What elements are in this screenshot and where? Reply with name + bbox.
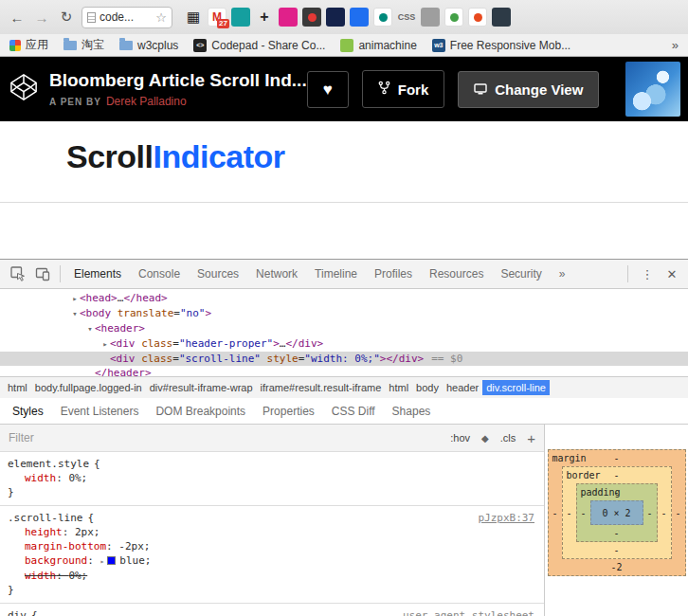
inspect-element-icon[interactable] (6, 262, 30, 286)
toggle-hover-state-button[interactable]: :hov (450, 432, 470, 444)
bookmark-w3cplus[interactable]: w3cplus (119, 39, 178, 52)
tab-network[interactable]: Network (247, 260, 306, 288)
navy-extension-icon[interactable] (326, 8, 345, 27)
tab-resources[interactable]: Resources (421, 260, 492, 288)
padding-left-value[interactable]: - (577, 500, 590, 525)
tab-styles[interactable]: Styles (4, 405, 52, 418)
tab-console[interactable]: Console (130, 260, 189, 288)
box-model-margin[interactable]: margin- - border- - padding- - 0 × 2 (548, 449, 686, 576)
border-bottom-value[interactable]: - (563, 545, 671, 555)
crumb-result-iframe[interactable]: iframe#result.result-iframe (257, 380, 386, 395)
tree-row-head[interactable]: ▸<head>…</head> (0, 291, 688, 306)
tab-dom-breakpoints[interactable]: DOM Breakpoints (147, 405, 254, 418)
green-dot-extension-icon[interactable] (444, 8, 463, 27)
bookmark-apps[interactable]: 应用 (9, 37, 48, 53)
new-style-rule-icon[interactable]: + (527, 430, 535, 446)
codepen-logo-icon[interactable] (9, 73, 38, 105)
tab-event-listeners[interactable]: Event Listeners (52, 405, 148, 418)
bookmark-star-icon[interactable]: ☆ (155, 10, 167, 25)
address-text[interactable]: code... (100, 10, 152, 24)
collapsed-arrow-icon[interactable]: ▸ (100, 337, 110, 352)
tree-row-body[interactable]: ▾<body translate="no"> (0, 306, 688, 321)
crumb-html[interactable]: html (4, 380, 31, 395)
shorthand-expander-icon[interactable]: ▸ (100, 557, 104, 566)
devtools-close-icon[interactable]: ✕ (661, 267, 682, 281)
change-view-icon (474, 82, 487, 98)
declaration[interactable]: background: ▸blue; (0, 553, 544, 569)
love-button[interactable]: ♥ (307, 71, 349, 108)
fork-button[interactable]: Fork (362, 70, 445, 108)
cross-extension-icon[interactable]: + (255, 8, 274, 27)
box-model-padding[interactable]: padding- - 0 × 2 - - (576, 483, 658, 542)
tab-security[interactable]: Security (492, 260, 550, 288)
declaration[interactable]: width: 0%; (0, 471, 544, 485)
bookmark-free-responsive[interactable]: w3Free Responsive Mob... (432, 39, 570, 52)
reload-icon[interactable]: ↻ (57, 9, 76, 26)
bookmarks-bar: 应用 淘宝 w3cplus <>Codepad - Share Co... an… (0, 34, 688, 57)
teal-dot-extension-icon[interactable] (373, 8, 392, 27)
orange-dot-extension-icon[interactable] (468, 8, 487, 27)
author-link[interactable]: Derek Palladino (106, 95, 187, 108)
color-swatch[interactable] (107, 556, 116, 565)
expanded-arrow-icon[interactable]: ▾ (70, 307, 80, 321)
declaration-overridden[interactable]: width: 0%; (0, 569, 544, 583)
user-agent-stylesheet-label: user agent stylesheet (403, 608, 544, 616)
tab-sources[interactable]: Sources (189, 260, 247, 288)
expanded-arrow-icon[interactable]: ▾ (85, 322, 95, 336)
padding-bottom-value[interactable]: - (577, 528, 657, 538)
avatar[interactable] (625, 62, 680, 117)
box-model-content[interactable]: 0 × 2 (590, 500, 643, 525)
toggle-class-button[interactable]: .cls (500, 432, 516, 444)
margin-left-value[interactable]: - (549, 466, 562, 559)
tab-css-diff[interactable]: CSS Diff (323, 405, 384, 418)
address-bar[interactable]: code... ☆ (81, 7, 172, 28)
content-size: 0 × 2 (602, 508, 630, 518)
tree-row-scroll-line-selected[interactable]: <div class="scroll-line" style="width: 0… (0, 352, 688, 366)
dark-red-dot-extension-icon[interactable] (302, 8, 321, 27)
tab-shapes[interactable]: Shapes (384, 405, 440, 418)
gmail-extension-icon[interactable]: M27 (208, 8, 226, 27)
teal-extension-icon[interactable] (231, 8, 250, 27)
devtools-menu-icon[interactable]: ⋮ (637, 267, 658, 281)
device-toolbar-icon[interactable] (30, 262, 55, 286)
margin-right-value[interactable]: - (672, 466, 685, 559)
collapsed-arrow-icon[interactable]: ▸ (70, 292, 80, 306)
tabs-overflow-icon[interactable]: » (551, 260, 574, 288)
tree-row-header-proper[interactable]: ▸<div class="header-proper">…</div> (0, 336, 688, 352)
pink-extension-icon[interactable] (279, 8, 298, 27)
declaration[interactable]: margin-bottom: -2px; (0, 539, 544, 553)
tab-properties[interactable]: Properties (254, 405, 323, 418)
crumb-header[interactable]: header (443, 380, 482, 395)
devtools-panel: Elements Console Sources Network Timelin… (0, 259, 688, 616)
bookmark-taobao[interactable]: 淘宝 (63, 37, 104, 53)
change-view-button[interactable]: Change View (458, 71, 599, 108)
tree-row-header[interactable]: ▾<header> (0, 321, 688, 336)
back-icon[interactable]: ← (8, 9, 27, 26)
border-right-value[interactable]: - (658, 483, 671, 542)
qr-extension-icon[interactable]: ▦ (184, 8, 203, 27)
gray-extension-icon[interactable] (421, 8, 440, 27)
styles-filter-input[interactable] (9, 431, 198, 444)
bookmarks-overflow-icon[interactable]: » (672, 38, 679, 52)
crumb-scroll-line[interactable]: div.scroll-line (482, 380, 550, 395)
forward-icon[interactable]: → (32, 9, 51, 26)
tab-timeline[interactable]: Timeline (306, 260, 366, 288)
css-extension-icon[interactable]: CSS (397, 8, 416, 27)
dark-extension-icon[interactable] (492, 8, 511, 27)
declaration[interactable]: height: 2px; (0, 525, 544, 539)
tab-elements[interactable]: Elements (65, 260, 130, 288)
bookmark-animachine[interactable]: animachine (340, 39, 416, 52)
blue-extension-icon[interactable] (350, 8, 369, 27)
bookmark-codepad[interactable]: <>Codepad - Share Co... (193, 39, 325, 52)
crumb-result-iframe-wrap[interactable]: div#result-iframe-wrap (146, 380, 257, 395)
crumb-inner-html[interactable]: html (385, 380, 412, 395)
crumb-body[interactable]: body.fullpage.logged-in (31, 380, 146, 395)
element-state-icon[interactable]: ◆ (481, 433, 489, 444)
stylesheet-source-link[interactable]: pJzpxB:37 (478, 511, 544, 525)
border-left-value[interactable]: - (563, 483, 576, 542)
box-model-border[interactable]: border- - padding- - 0 × 2 - - (562, 466, 672, 559)
margin-bottom-value[interactable]: -2 (549, 562, 685, 572)
crumb-inner-body[interactable]: body (412, 380, 443, 395)
tab-profiles[interactable]: Profiles (366, 260, 421, 288)
padding-right-value[interactable]: - (643, 500, 657, 525)
